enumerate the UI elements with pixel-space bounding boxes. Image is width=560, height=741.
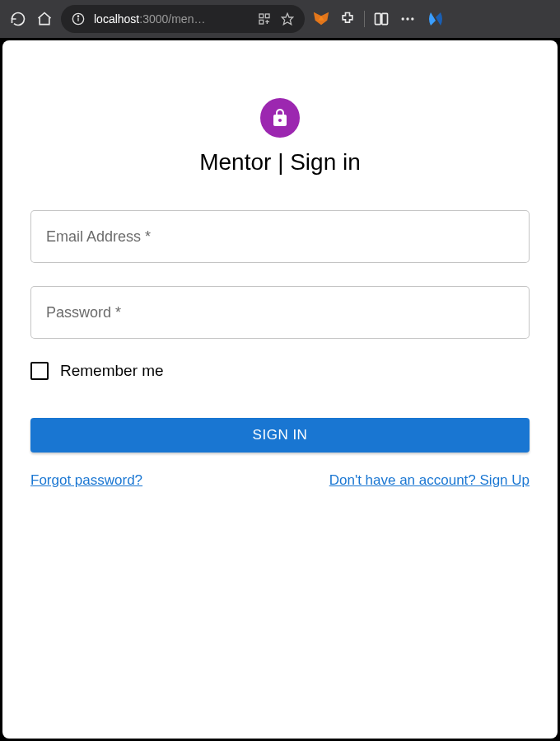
page-title: Mentor | Sign in — [199, 149, 361, 176]
svg-rect-11 — [376, 13, 381, 24]
svg-rect-12 — [382, 13, 388, 24]
lock-icon — [270, 108, 290, 128]
forgot-password-link[interactable]: Forgot password? — [30, 472, 142, 489]
password-field[interactable]: Password * — [30, 286, 530, 339]
remember-checkbox[interactable] — [30, 362, 49, 380]
svg-point-15 — [411, 17, 413, 20]
signin-form: Email Address * Password * Remember me S… — [30, 210, 530, 489]
refresh-icon[interactable] — [8, 9, 28, 29]
extensions-icon[interactable] — [338, 9, 357, 29]
apps-icon[interactable] — [257, 12, 272, 26]
svg-rect-4 — [265, 14, 269, 18]
email-field[interactable]: Email Address * — [30, 210, 530, 263]
svg-point-13 — [402, 17, 404, 20]
lock-avatar — [260, 98, 300, 138]
svg-marker-8 — [282, 13, 292, 24]
remember-label: Remember me — [60, 362, 164, 380]
links-row: Forgot password? Don't have an account? … — [30, 472, 530, 489]
email-label: Email Address * — [46, 228, 151, 246]
url-text: localhost:3000/men… — [94, 12, 205, 26]
svg-rect-5 — [259, 20, 264, 24]
split-screen-icon[interactable] — [371, 9, 391, 29]
signup-link[interactable]: Don't have an account? Sign Up — [329, 472, 530, 489]
home-icon[interactable] — [35, 9, 54, 29]
browser-toolbar: localhost:3000/men… — [0, 0, 560, 38]
remember-row: Remember me — [30, 362, 530, 380]
svg-point-2 — [77, 16, 78, 16]
copilot-icon[interactable] — [424, 7, 447, 30]
signin-button[interactable]: SIGN IN — [30, 418, 530, 453]
info-icon[interactable] — [71, 12, 86, 26]
page-content: Mentor | Sign in Email Address * Passwor… — [2, 40, 558, 739]
favorite-icon[interactable] — [280, 12, 295, 26]
url-bar[interactable]: localhost:3000/men… — [61, 5, 305, 33]
svg-rect-3 — [259, 14, 264, 18]
more-icon[interactable] — [398, 9, 418, 29]
toolbar-divider — [364, 11, 365, 27]
password-label: Password * — [46, 304, 121, 321]
svg-point-14 — [406, 17, 408, 20]
metamask-icon[interactable] — [311, 9, 331, 29]
